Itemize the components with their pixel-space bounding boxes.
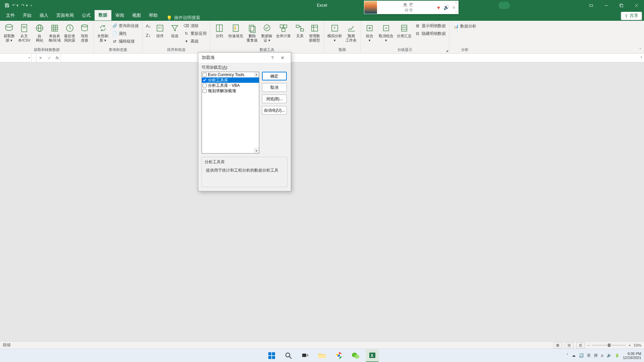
close-icon[interactable]: ✕	[277, 55, 287, 60]
ok-button[interactable]: 确定	[262, 72, 287, 80]
scroll-up-icon[interactable]: ▲	[254, 72, 259, 77]
automation-button[interactable]: 自动化(U)...	[262, 106, 287, 115]
list-item[interactable]: 规划求解加载项	[202, 88, 259, 94]
dialog-titlebar[interactable]: 加载项 ? ✕	[198, 53, 291, 63]
help-icon[interactable]: ?	[267, 55, 277, 60]
addins-dialog: 加载项 ? ✕ 可用加载宏(A): Euro Currency Tools 分析…	[198, 52, 291, 191]
checkbox[interactable]	[203, 89, 207, 93]
dialog-title-text: 加载项	[202, 55, 215, 61]
checkbox[interactable]	[203, 73, 207, 77]
description-title: 分析工具库	[205, 159, 284, 165]
scroll-down-icon[interactable]: ▼	[254, 148, 259, 153]
addin-description: 分析工具库 提供用于统计和工程分析的数据分析工具	[202, 157, 287, 187]
browse-button[interactable]: 浏览(B)...	[262, 95, 287, 103]
list-item[interactable]: Euro Currency Tools	[202, 72, 259, 77]
addins-listbox[interactable]: Euro Currency Tools 分析工具库 分析工具库 - VBA 规划…	[202, 72, 259, 154]
checkbox[interactable]	[203, 78, 207, 82]
modal-overlay: 加载项 ? ✕ 可用加载宏(A): Euro Currency Tools 分析…	[0, 0, 644, 362]
available-addins-label: 可用加载宏(A):	[202, 65, 287, 70]
list-item[interactable]: 分析工具库 - VBA	[202, 83, 259, 88]
description-body: 提供用于统计和工程分析的数据分析工具	[205, 168, 284, 173]
list-item[interactable]: 分析工具库	[202, 77, 259, 83]
checkbox[interactable]	[203, 83, 207, 87]
cancel-button[interactable]: 取消	[262, 83, 287, 92]
